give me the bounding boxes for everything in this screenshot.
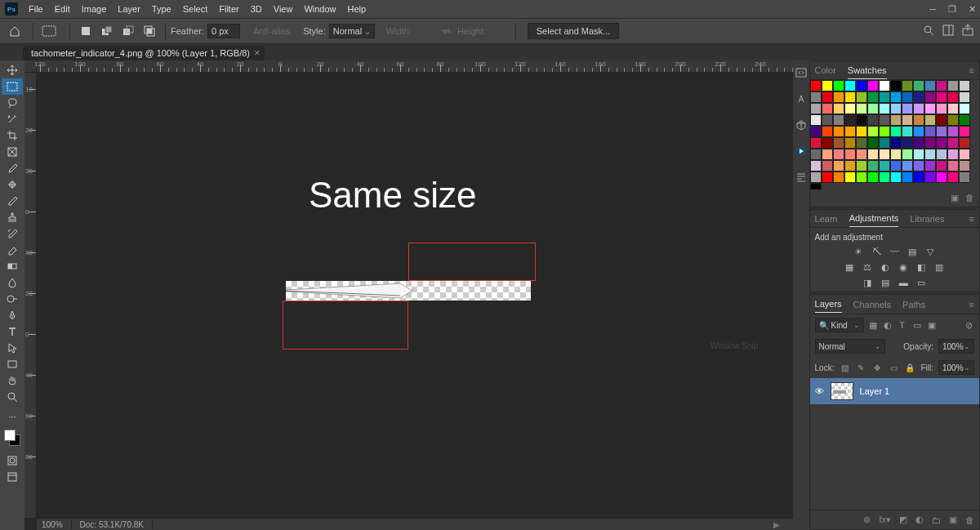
lock-paint-icon[interactable]: ✎ xyxy=(855,362,866,373)
swatch-cell[interactable] xyxy=(810,149,822,160)
swatch-cell[interactable] xyxy=(833,149,844,160)
status-menu-icon[interactable]: ▶ xyxy=(773,520,780,529)
swatch-cell[interactable] xyxy=(833,171,844,183)
swatch-cell[interactable] xyxy=(959,160,970,171)
swatch-cell[interactable] xyxy=(924,126,936,137)
swatch-cell[interactable] xyxy=(844,149,856,160)
brightness-icon[interactable]: ☀ xyxy=(852,246,865,257)
swatch-cell[interactable] xyxy=(822,80,833,91)
swatch-cell[interactable] xyxy=(879,91,890,103)
selection-intersect-icon[interactable] xyxy=(140,23,158,39)
swatch-cell[interactable] xyxy=(936,171,947,183)
filter-shape-icon[interactable]: ▭ xyxy=(911,319,923,331)
swatch-cell[interactable] xyxy=(856,114,867,126)
swatch-cell[interactable] xyxy=(867,114,879,126)
menu-image[interactable]: Image xyxy=(76,4,113,14)
swatch-cell[interactable] xyxy=(856,80,867,91)
swatch-cell[interactable] xyxy=(902,137,913,149)
levels-icon[interactable]: ⛏ xyxy=(870,246,883,257)
swatch-cell[interactable] xyxy=(947,80,959,91)
screenmode-icon[interactable] xyxy=(2,469,23,485)
quickmask-icon[interactable] xyxy=(2,452,23,469)
swatch-cell[interactable] xyxy=(936,126,947,137)
color-tab[interactable]: Color xyxy=(815,62,836,78)
edit-toolbar[interactable]: ··· xyxy=(2,408,23,425)
swatch-cell[interactable] xyxy=(879,80,890,91)
swatch-cell[interactable] xyxy=(822,103,833,114)
gradient-tool[interactable] xyxy=(2,258,23,274)
swatch-cell[interactable] xyxy=(810,160,822,171)
swatch-cell[interactable] xyxy=(902,171,913,183)
close-button[interactable]: ✕ xyxy=(967,4,977,14)
swatches-tab[interactable]: Swatches xyxy=(848,62,887,79)
marquee-tool[interactable] xyxy=(2,78,23,95)
swatch-cell[interactable] xyxy=(856,91,867,103)
brush-tool[interactable] xyxy=(2,193,23,209)
blur-tool[interactable] xyxy=(2,274,23,291)
filter-type-icon[interactable]: T xyxy=(897,319,908,331)
swatch-cell[interactable] xyxy=(822,126,833,137)
bw-icon[interactable]: ◐ xyxy=(879,261,892,273)
swatch-cell[interactable] xyxy=(924,103,936,114)
swatch-cell[interactable] xyxy=(902,160,913,171)
swatch-cell[interactable] xyxy=(924,160,936,171)
swatch-cell[interactable] xyxy=(833,114,844,126)
swatch-cell[interactable] xyxy=(959,137,970,149)
paths-tab[interactable]: Paths xyxy=(902,296,925,313)
swatch-cell[interactable] xyxy=(810,137,822,149)
swatch-cell[interactable] xyxy=(936,103,947,114)
swatch-cell[interactable] xyxy=(844,80,856,91)
swatch-cell[interactable] xyxy=(936,137,947,149)
menu-view[interactable]: View xyxy=(268,4,299,14)
history-panel-icon[interactable] xyxy=(794,65,808,80)
swatch-cell[interactable] xyxy=(902,80,913,91)
swatch-cell[interactable] xyxy=(822,171,833,183)
search-icon[interactable] xyxy=(923,24,934,38)
swatch-cell[interactable] xyxy=(844,160,856,171)
swatch-cell[interactable] xyxy=(947,171,959,183)
vibrance-icon[interactable]: ▽ xyxy=(924,246,937,257)
menu-edit[interactable]: Edit xyxy=(49,4,76,14)
swatch-cell[interactable] xyxy=(913,114,924,126)
feather-input[interactable]: 0 px xyxy=(207,24,240,38)
menu-layer[interactable]: Layer xyxy=(112,4,146,14)
visibility-icon[interactable]: 👁 xyxy=(815,386,824,396)
swatch-cell[interactable] xyxy=(924,149,936,160)
menu-file[interactable]: File xyxy=(23,4,49,14)
lock-artboard-icon[interactable]: ▭ xyxy=(888,362,899,373)
threshold-icon[interactable]: ▬ xyxy=(897,277,910,288)
lut-icon[interactable]: ▥ xyxy=(933,261,946,273)
map-icon[interactable]: ▭ xyxy=(915,277,928,288)
swatch-cell[interactable] xyxy=(833,91,844,103)
swatch-cell[interactable] xyxy=(879,149,890,160)
invert-icon[interactable]: ◨ xyxy=(861,277,874,288)
photo-filter-icon[interactable]: ◉ xyxy=(897,261,910,273)
adjustments-tab[interactable]: Adjustments xyxy=(849,210,899,227)
selection-new-icon[interactable] xyxy=(77,23,95,39)
swatch-cell[interactable] xyxy=(902,91,913,103)
color-swatch[interactable] xyxy=(4,430,20,446)
new-swatch-icon[interactable]: ▣ xyxy=(951,193,959,203)
swatch-cell[interactable] xyxy=(810,103,822,114)
swatch-cell[interactable] xyxy=(890,114,902,126)
swatch-cell[interactable] xyxy=(936,114,947,126)
character-panel-icon[interactable] xyxy=(794,91,808,106)
swatch-cell[interactable] xyxy=(810,183,822,189)
swatch-cell[interactable] xyxy=(913,80,924,91)
swatch-cell[interactable] xyxy=(867,103,879,114)
paragraph-panel-icon[interactable] xyxy=(794,170,808,185)
swatch-cell[interactable] xyxy=(856,137,867,149)
workspace-icon[interactable] xyxy=(942,24,954,38)
swatch-cell[interactable] xyxy=(810,171,822,183)
delete-swatch-icon[interactable]: 🗑 xyxy=(965,193,974,203)
lock-all-icon[interactable]: 🔒 xyxy=(904,362,915,373)
filter-smart-icon[interactable]: ▣ xyxy=(926,319,938,331)
swatch-cell[interactable] xyxy=(833,160,844,171)
swatch-cell[interactable] xyxy=(936,149,947,160)
filter-adj-icon[interactable]: ◐ xyxy=(882,319,893,331)
swatch-cell[interactable] xyxy=(867,126,879,137)
curves-icon[interactable]: 〰 xyxy=(888,246,901,257)
eraser-tool[interactable] xyxy=(2,242,23,258)
swatch-cell[interactable] xyxy=(844,137,856,149)
swatch-cell[interactable] xyxy=(822,137,833,149)
